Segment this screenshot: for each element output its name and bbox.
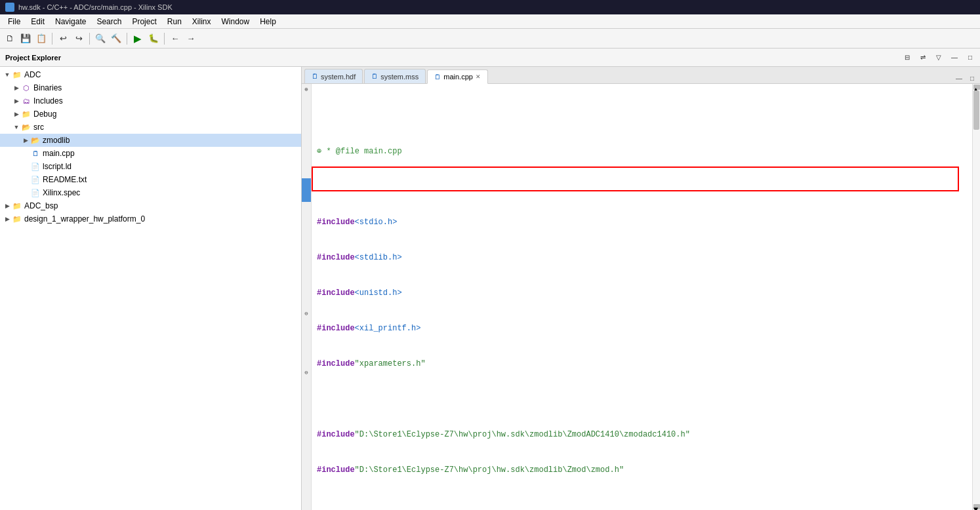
menu-bar: FileEditNavigateSearchProjectRunXilinxWi…	[0, 14, 980, 29]
link-editor-btn[interactable]: ⇌	[916, 50, 930, 65]
readme-icon: 📄	[30, 174, 41, 185]
scroll-thumb[interactable]	[973, 90, 979, 130]
scroll-up-arrow[interactable]: ▲	[973, 85, 980, 90]
tree-item-adc-bsp[interactable]: ▶ 📁 ADC_bsp	[0, 199, 301, 212]
code-line-4: #include <stdlib.h>	[317, 252, 967, 264]
gutter-fold-1[interactable]: ⊕	[302, 84, 311, 96]
lscript-icon: 📄	[30, 161, 41, 172]
tab-icon-hdf: 🗒	[312, 73, 318, 80]
tab-main-cpp[interactable]: 🗒 main.cpp ✕	[427, 69, 488, 84]
tree-item-readme[interactable]: 📄 README.txt	[0, 173, 301, 186]
code-content[interactable]: ⊕ * @file main.cpp #include <stdio.h> #i…	[312, 84, 972, 510]
project-tree: ▼ 📁 ADC ▶ ⬡ Binaries ▶ 🗂 Includes	[0, 67, 301, 510]
menu-item-project[interactable]: Project	[127, 16, 161, 28]
tree-label-lscript: lscript.ld	[43, 162, 71, 171]
gutter-fold-20[interactable]: ⊖	[302, 308, 311, 320]
tree-item-src[interactable]: ▼ 📂 src	[0, 121, 301, 134]
gutter-blank-15	[302, 249, 311, 261]
collapse-all-btn[interactable]: ⊟	[900, 50, 914, 65]
menu-item-navigate[interactable]: Navigate	[50, 16, 91, 28]
toolbar: 🗋 💾 📋 ↩ ↪ 🔍 🔨 ▶ 🐛 ← →	[0, 29, 980, 49]
toolbar-btn-back[interactable]: ←	[168, 31, 182, 46]
maximize-btn[interactable]: □	[963, 50, 977, 65]
separator-2	[89, 33, 90, 45]
tab-label-system-mss: system.mss	[380, 73, 419, 81]
tree-arrow-design-wrapper[interactable]: ▶	[3, 216, 12, 222]
gutter-blank-12	[302, 214, 311, 226]
adc-bsp-icon: 📁	[12, 201, 22, 211]
code-line-7: #include "xparameters.h"	[317, 358, 967, 370]
zmodlib-icon: 📂	[30, 135, 41, 146]
tab-label-main-cpp: main.cpp	[443, 73, 473, 81]
tree-label-adc: ADC	[24, 70, 41, 79]
scroll-track[interactable]	[973, 90, 980, 503]
toolbar-btn-search[interactable]: 🔍	[93, 31, 108, 46]
tree-item-design-wrapper[interactable]: ▶ 📁 design_1_wrapper_hw_platform_0	[0, 212, 301, 226]
design-wrapper-icon: 📁	[12, 214, 22, 224]
gutter-blank-21	[302, 320, 311, 332]
tree-item-binaries[interactable]: ▶ ⬡ Binaries	[0, 81, 301, 94]
toolbar-btn-new[interactable]: 🗋	[3, 31, 17, 46]
tree-arrow-includes[interactable]: ▶	[12, 98, 21, 104]
tab-system-mss[interactable]: 🗒 system.mss	[364, 69, 426, 83]
tree-label-design-wrapper: design_1_wrapper_hw_platform_0	[24, 214, 145, 224]
toolbar-btn-undo[interactable]: ↩	[56, 31, 70, 46]
menu-item-xilinx[interactable]: Xilinx	[187, 16, 216, 28]
toolbar-btn-redo[interactable]: ↪	[71, 31, 86, 46]
filter-btn[interactable]: ▽	[931, 50, 946, 65]
tree-arrow-binaries[interactable]: ▶	[12, 85, 21, 91]
tree-item-xilinx-spec[interactable]: 📄 Xilinx.spec	[0, 186, 301, 199]
binaries-icon: ⬡	[21, 83, 31, 93]
tree-item-main-cpp[interactable]: 🗒 main.cpp	[0, 147, 301, 160]
tree-label-binaries: Binaries	[33, 83, 62, 92]
gutter-blank-11	[302, 202, 311, 214]
scroll-down-arrow[interactable]: ▼	[973, 504, 980, 509]
tree-item-adc[interactable]: ▼ 📁 ADC	[0, 68, 301, 81]
toolbar-btn-forward[interactable]: →	[184, 31, 198, 46]
tree-item-debug[interactable]: ▶ 📁 Debug	[0, 108, 301, 121]
tree-arrow-adc-bsp[interactable]: ▶	[3, 203, 12, 209]
app-icon	[5, 3, 14, 12]
separator-3	[127, 33, 127, 45]
tab-minimize-btn[interactable]: —	[954, 73, 964, 83]
menu-item-edit[interactable]: Edit	[26, 16, 50, 28]
menu-item-help[interactable]: Help	[255, 16, 281, 28]
tab-system-hdf[interactable]: 🗒 system.hdf	[304, 69, 363, 83]
code-editor[interactable]: ⊕ ⊖	[302, 84, 980, 510]
menu-item-file[interactable]: File	[3, 16, 26, 28]
code-line-11	[317, 500, 967, 510]
tab-bar: 🗒 system.hdf 🗒 system.mss 🗒 main.cpp ✕ —…	[302, 67, 980, 84]
toolbar-btn-debug[interactable]: 🐛	[146, 31, 161, 46]
includes-icon: 🗂	[21, 96, 31, 106]
tree-arrow-src[interactable]: ▼	[12, 124, 21, 130]
tree-item-lscript[interactable]: 📄 lscript.ld	[0, 160, 301, 173]
line-gutter: ⊕ ⊖	[302, 84, 312, 510]
project-explorer-label: Project Explorer	[3, 54, 64, 62]
tree-item-includes[interactable]: ▶ 🗂 Includes	[0, 94, 301, 108]
toolbar-btn-copy[interactable]: 📋	[34, 31, 49, 46]
tab-maximize-btn[interactable]: □	[967, 73, 977, 83]
gutter-blank-13	[302, 226, 311, 237]
xilinx-spec-icon: 📄	[30, 187, 41, 198]
tree-item-zmodlib[interactable]: ▶ 📂 zmodlib	[0, 134, 301, 147]
toolbar-btn-run[interactable]: ▶	[131, 31, 145, 46]
minimize-btn[interactable]: —	[947, 50, 962, 65]
gutter-blank-29	[302, 414, 311, 426]
tree-arrow-zmodlib[interactable]: ▶	[21, 137, 30, 144]
toolbar-btn-build[interactable]: 🔨	[109, 31, 123, 46]
folder-icon-debug: 📁	[21, 109, 31, 119]
menu-item-search[interactable]: Search	[91, 16, 127, 28]
separator-4	[164, 33, 165, 45]
menu-item-window[interactable]: Window	[216, 16, 255, 28]
menu-item-run[interactable]: Run	[162, 16, 187, 28]
main-layout: ▼ 📁 ADC ▶ ⬡ Binaries ▶ 🗂 Includes	[0, 67, 980, 510]
tree-arrow-debug[interactable]: ▶	[12, 111, 21, 117]
gutter-blank-24	[302, 355, 311, 367]
gutter-blank-33	[302, 461, 311, 473]
tree-arrow-adc[interactable]: ▼	[3, 71, 12, 78]
vertical-scrollbar[interactable]: ▲ ▼	[972, 84, 980, 510]
toolbar-btn-save[interactable]: 💾	[18, 31, 33, 46]
gutter-fold-25[interactable]: ⊖	[302, 367, 311, 379]
tab-close-main-cpp[interactable]: ✕	[476, 73, 481, 80]
tree-label-includes: Includes	[33, 96, 63, 106]
